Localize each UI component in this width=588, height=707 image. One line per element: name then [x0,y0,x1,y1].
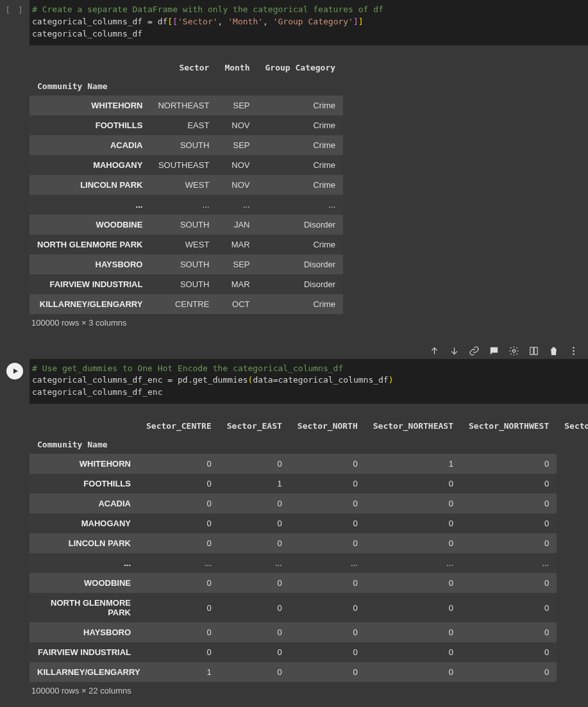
cell: 0 [290,573,365,593]
cell: 0 [219,513,290,533]
row-index: KILLARNEY/GLENGARRY [29,294,150,314]
index-name: Community Name [29,435,139,454]
svg-rect-1 [530,347,533,354]
down-icon[interactable] [449,345,460,356]
up-icon[interactable] [429,345,440,356]
cell: JAN [217,215,257,235]
row-index: HAYSBORO [29,254,150,274]
index-name: Community Name [29,77,150,96]
cell: Disorder [258,254,344,274]
cell: MAR [217,274,257,294]
cell: Crime [258,135,344,155]
cell: WEST [150,235,217,254]
row-index: FAIRVIEW INDUSTRIAL [29,642,139,662]
cell: 0 [365,662,461,682]
cell: 0 [219,622,290,642]
dataframe-shape: 100000 rows × 22 columns [29,682,588,704]
cell: 0 [365,642,461,662]
cell: ... [217,195,257,215]
code-comment: # Use get_dummies to One Hot Encode the … [32,363,343,373]
table-row: KILLARNEY/GLENGARRY10000 [29,662,588,682]
row-index: WHITEHORN [29,96,150,115]
svg-point-0 [512,349,515,352]
cell: 0 [365,513,461,533]
cell: ... [139,553,219,573]
column-header: Sector_S [557,417,588,435]
code-line: categorical_columns_df [32,29,142,38]
cell: 0 [219,533,290,553]
row-index: FAIRVIEW INDUSTRIAL [29,274,150,294]
index-name-row: Community Name [29,77,343,96]
cell: 0 [461,573,557,593]
cell: 1 [219,474,290,494]
row-index: FOOTHILLS [29,115,150,135]
cell-toolbar [0,343,588,359]
row-index: KILLARNEY/GLENGARRY [29,662,139,682]
cell: MAR [217,235,257,254]
cell: 0 [219,573,290,593]
table-row: ACADIASOUTHSEPCrime [29,135,343,155]
cell: 0 [365,622,461,642]
row-index: FOOTHILLS [29,474,139,494]
trash-icon[interactable] [548,345,559,356]
cell: 0 [290,454,365,474]
cell: EAST [150,115,217,135]
cell: 0 [219,454,290,474]
row-index: WHITEHORN [29,454,139,474]
gear-icon[interactable] [508,345,519,356]
table-row: HAYSBOROSOUTHSEPDisorder [29,254,343,274]
code-line: categorical_columns_df_enc [32,387,163,397]
code-line: categorical_columns_df_enc = pd.get_dumm… [32,375,394,385]
cell: 0 [461,593,557,622]
cell: CENTRE [150,294,217,314]
table-row: NORTH GLENMORE PARKWESTMARCrime [29,235,343,254]
cell: SEP [217,96,257,115]
output-area-1: Sector Month Group Category Community Na… [0,46,588,343]
table-row: ACADIA00000 [29,494,588,513]
row-index: NORTH GLENMORE PARK [29,235,150,254]
index-name-row: Community Name [29,435,588,454]
cell: 0 [290,474,365,494]
cell: 0 [290,533,365,553]
svg-point-3 [573,347,574,348]
cell: 0 [365,593,461,622]
svg-point-4 [573,350,574,351]
run-button[interactable] [6,363,23,379]
code-comment: # Create a separate DataFrame with only … [32,4,383,14]
cell: ... [258,195,344,215]
comment-icon[interactable] [489,345,500,356]
row-index: NORTH GLENMORE PARK [29,593,139,622]
row-index: WOODBINE [29,215,150,235]
cell: Disorder [258,215,344,235]
execution-bracket[interactable]: [ ] [5,5,24,15]
cell: 0 [461,533,557,553]
cell: 1 [365,454,461,474]
cell: 0 [139,593,219,622]
cell: Crime [258,235,344,254]
row-index: WOODBINE [29,573,139,593]
cell: 0 [139,474,219,494]
mirror-icon[interactable] [528,345,539,356]
cell: SOUTH [150,274,217,294]
cell-gutter [0,359,29,379]
table-row: WOODBINESOUTHJANDisorder [29,215,343,235]
output-area-2: Sector_CENTRE Sector_EAST Sector_NORTH S… [0,404,588,707]
cell: SEP [217,135,257,155]
cell: 0 [219,494,290,513]
row-index: ACADIA [29,135,150,155]
cell: 0 [139,573,219,593]
table-row: FAIRVIEW INDUSTRIALSOUTHMARDisorder [29,274,343,294]
table-row: MAHOGANY00000 [29,513,588,533]
cell: 0 [461,454,557,474]
cell: 0 [139,494,219,513]
table-row: HAYSBORO00000 [29,622,588,642]
cell: NOV [217,115,257,135]
corner-cell [29,58,150,77]
more-icon[interactable] [568,345,579,356]
cell: Crime [258,294,344,314]
row-index: HAYSBORO [29,622,139,642]
code-editor[interactable]: # Create a separate DataFrame with only … [29,0,588,46]
row-index: ... [29,553,139,573]
code-editor[interactable]: # Use get_dummies to One Hot Encode the … [29,359,588,404]
link-icon[interactable] [469,345,480,356]
